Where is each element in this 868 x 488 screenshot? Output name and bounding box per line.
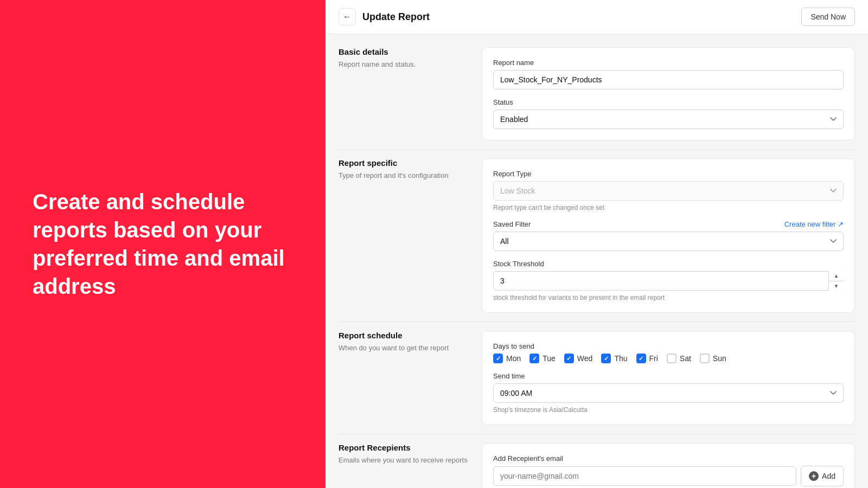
report-name-label: Report name	[493, 59, 844, 67]
report-type-note: Report type can't be changed once set	[493, 204, 844, 211]
add-icon: +	[809, 471, 819, 481]
report-recipients-description: Emails where you want to receive reports	[339, 455, 469, 465]
days-to-send-field: Days to send Mon Tue	[493, 342, 844, 363]
report-schedule-card: Days to send Mon Tue	[482, 331, 855, 425]
report-recipients-heading: Report Recepients	[339, 443, 469, 452]
timezone-note: Shop's timezone is Asia/Calcutta	[493, 406, 844, 414]
day-tue-checkbox[interactable]	[529, 354, 539, 363]
report-recipients-section: Report Recepients Emails where you want …	[339, 443, 855, 488]
day-sun[interactable]: Sun	[700, 354, 726, 363]
status-field: Status Enabled Disabled	[493, 98, 844, 129]
day-tue[interactable]: Tue	[529, 354, 556, 363]
back-button[interactable]: ←	[339, 8, 356, 25]
day-fri-checkbox[interactable]	[636, 354, 646, 363]
day-fri-label: Fri	[649, 354, 658, 363]
saved-filter-header: Saved Filter Create new filter ↗	[493, 220, 844, 228]
report-specific-description: Type of report and it's configuration	[339, 171, 469, 181]
day-sun-label: Sun	[713, 354, 726, 363]
left-panel: Create and schedule reports based on you…	[0, 0, 326, 488]
report-recipients-info: Report Recepients Emails where you want …	[339, 443, 469, 465]
send-now-button[interactable]: Send Now	[801, 8, 855, 26]
hero-headline: Create and schedule reports based on you…	[33, 188, 293, 300]
report-specific-heading: Report specific	[339, 158, 469, 168]
header-left: ← Update Report	[339, 8, 430, 25]
basic-details-card: Report name Status Enabled Disabled	[482, 47, 855, 140]
stock-threshold-wrapper: ▲ ▼	[493, 271, 844, 291]
day-mon-label: Mon	[506, 354, 521, 363]
day-thu[interactable]: Thu	[601, 354, 627, 363]
basic-details-info: Basic details Report name and status.	[339, 47, 469, 69]
page-title: Update Report	[362, 11, 430, 23]
stock-threshold-input[interactable]	[493, 271, 844, 291]
report-recipients-card: Add Recepient's email + Add john_smith@x…	[482, 443, 855, 488]
status-label: Status	[493, 98, 844, 106]
divider-3	[339, 434, 855, 434]
send-time-label: Send time	[493, 372, 844, 380]
day-mon[interactable]: Mon	[493, 354, 521, 363]
basic-details-description: Report name and status.	[339, 60, 469, 69]
add-email-label: Add Recepient's email	[493, 454, 844, 463]
days-to-send-row: Mon Tue Wed	[493, 354, 844, 363]
day-thu-checkbox[interactable]	[601, 354, 611, 363]
saved-filter-field: Saved Filter Create new filter ↗ All	[493, 220, 844, 251]
basic-details-section: Basic details Report name and status. Re…	[339, 47, 855, 140]
spinner-up[interactable]: ▲	[829, 271, 844, 281]
report-schedule-section: Report schedule When do you want to get …	[339, 331, 855, 425]
report-name-input[interactable]	[493, 70, 844, 89]
stock-threshold-label: Stock Threshold	[493, 260, 844, 268]
report-specific-section: Report specific Type of report and it's …	[339, 158, 855, 313]
report-specific-info: Report specific Type of report and it's …	[339, 158, 469, 181]
right-panel: ← Update Report Send Now Basic details R…	[326, 0, 868, 488]
number-spinners: ▲ ▼	[828, 271, 844, 291]
status-select[interactable]: Enabled Disabled	[493, 110, 844, 129]
day-sat-checkbox[interactable]	[667, 354, 676, 363]
report-type-label: Report Type	[493, 170, 844, 178]
day-mon-checkbox[interactable]	[493, 354, 503, 363]
day-tue-label: Tue	[542, 354, 556, 363]
add-email-button-label: Add	[822, 472, 835, 480]
add-email-button[interactable]: + Add	[801, 466, 844, 486]
spinner-down[interactable]: ▼	[829, 281, 844, 291]
stock-threshold-note: stock threshold for variants to be prese…	[493, 294, 844, 301]
main-content: Basic details Report name and status. Re…	[326, 34, 868, 488]
report-schedule-description: When do you want to get the report	[339, 343, 469, 353]
saved-filter-label: Saved Filter	[493, 220, 531, 228]
day-sat[interactable]: Sat	[667, 354, 691, 363]
report-specific-card: Report Type Low Stock Report type can't …	[482, 158, 855, 313]
day-sun-checkbox[interactable]	[700, 354, 710, 363]
basic-details-heading: Basic details	[339, 47, 469, 56]
days-to-send-label: Days to send	[493, 342, 844, 350]
saved-filter-select[interactable]: All	[493, 232, 844, 251]
day-wed-checkbox[interactable]	[564, 354, 574, 363]
day-wed-label: Wed	[577, 354, 593, 363]
day-thu-label: Thu	[614, 354, 627, 363]
day-wed[interactable]: Wed	[564, 354, 593, 363]
send-time-select[interactable]: 09:00 AM	[493, 383, 844, 403]
email-input[interactable]	[493, 466, 796, 486]
report-name-field: Report name	[493, 59, 844, 89]
divider-2	[339, 322, 855, 322]
create-new-filter-link[interactable]: Create new filter ↗	[784, 220, 844, 228]
day-sat-label: Sat	[680, 354, 691, 363]
page-header: ← Update Report Send Now	[326, 0, 868, 34]
report-type-select[interactable]: Low Stock	[493, 181, 844, 201]
divider-1	[339, 149, 855, 150]
send-time-field: Send time 09:00 AM Shop's timezone is As…	[493, 372, 844, 414]
add-email-field: Add Recepient's email + Add	[493, 454, 844, 486]
report-schedule-info: Report schedule When do you want to get …	[339, 331, 469, 353]
report-type-field: Report Type Low Stock Report type can't …	[493, 170, 844, 211]
report-schedule-heading: Report schedule	[339, 331, 469, 340]
day-fri[interactable]: Fri	[636, 354, 658, 363]
stock-threshold-field: Stock Threshold ▲ ▼ stock threshold for …	[493, 260, 844, 301]
email-input-row: + Add	[493, 466, 844, 486]
